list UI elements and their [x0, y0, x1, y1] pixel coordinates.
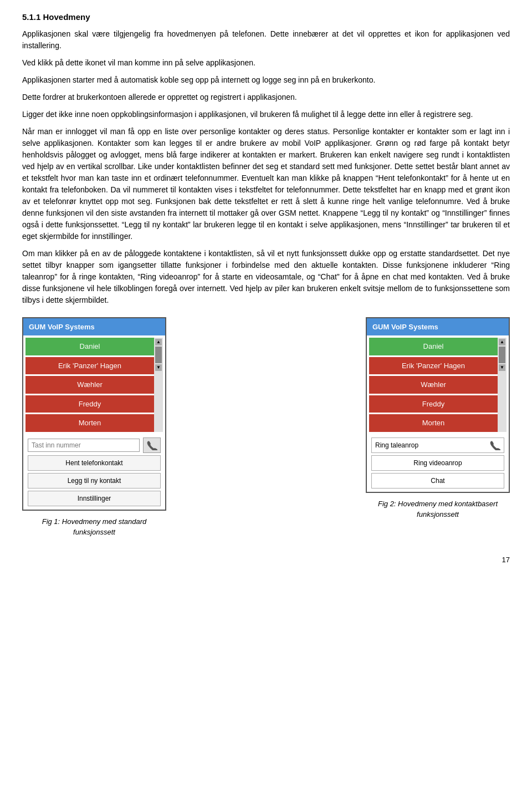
fig2-contact-1[interactable]: Erik 'Panzer' Hagen: [369, 357, 498, 375]
fig2-contact-3[interactable]: Freddy: [369, 395, 498, 413]
fig2-ring-videoanrop-button[interactable]: Ring videoanrop: [371, 455, 504, 471]
fig1-innstillinger-button[interactable]: Innstillinger: [28, 491, 161, 506]
fig2-contact-4[interactable]: Morten: [369, 414, 498, 432]
scroll-thumb[interactable]: [155, 347, 162, 363]
paragraph-6: Når man er innlogget vil man få opp en l…: [22, 126, 510, 242]
fig1-contact-3[interactable]: Freddy: [25, 395, 154, 413]
fig2-contact-2[interactable]: Wæhler: [369, 376, 498, 394]
fig2-contact-0[interactable]: Daniel: [369, 338, 498, 355]
fig2-caption: Fig 2: Hovedmeny med kontaktbasert funks…: [378, 498, 498, 520]
fig2-scrollbar[interactable]: ▲ ▼: [498, 338, 507, 432]
page-content: 5.1.1 Hovedmeny Applikasjonen skal være …: [22, 11, 510, 565]
fig1-hent-button[interactable]: Hent telefonkontakt: [28, 455, 161, 471]
paragraph-7: Om man klikker på en av de påloggede kon…: [22, 248, 510, 306]
fig2-scroll-up[interactable]: ▲: [499, 339, 505, 345]
paragraph-1: Applikasjonen skal være tilgjengelig fra…: [22, 28, 510, 52]
fig2-function-set: Ring taleanrop Ring videoanrop Chat: [367, 434, 509, 492]
fig2-title: GUM VoIP Systems: [367, 318, 509, 336]
fig2-ring-taleanrop-label: Ring taleanrop: [375, 440, 418, 450]
fig2-contact-list: Daniel Erik 'Panzer' Hagen Wæhler Freddy…: [367, 335, 509, 434]
fig1-caption: Fig 1: Hovedmeny med standard funksjonss…: [22, 516, 166, 538]
fig1-contacts-inner: Daniel Erik 'Panzer' Hagen Wæhler Freddy…: [25, 338, 154, 432]
fig1-contact-2[interactable]: Wæhler: [25, 376, 154, 394]
fig1-call-icon[interactable]: [143, 437, 161, 453]
fig2-caption-line1: Fig 2: Hovedmeny med kontaktbasert: [378, 500, 498, 508]
fig2-chat-button[interactable]: Chat: [371, 473, 504, 489]
fig1-function-set: Hent telefonkontakt Legg til ny kontakt …: [23, 434, 165, 510]
fig2-contacts-inner: Daniel Erik 'Panzer' Hagen Wæhler Freddy…: [369, 338, 498, 432]
fig1-contact-list: Daniel Erik 'Panzer' Hagen Wæhler Freddy…: [23, 335, 165, 434]
fig2-caption-line2: funksjonssett: [417, 510, 459, 518]
fig1-scrollbar[interactable]: ▲ ▼: [154, 338, 163, 432]
figure-2-phone: GUM VoIP Systems Daniel Erik 'Panzer' Ha…: [366, 317, 510, 493]
figure-1-block: GUM VoIP Systems Daniel Erik 'Panzer' Ha…: [22, 317, 166, 538]
figure-1-phone: GUM VoIP Systems Daniel Erik 'Panzer' Ha…: [22, 317, 166, 511]
fig1-legg-button[interactable]: Legg til ny kontakt: [28, 473, 161, 489]
scroll-down-arrow[interactable]: ▼: [155, 364, 162, 371]
paragraph-2: Ved klikk på dette ikonet vil man komme …: [22, 57, 510, 69]
fig2-scroll-down[interactable]: ▼: [499, 364, 505, 371]
paragraph-3: Applikasjonen starter med å automatisk k…: [22, 74, 510, 86]
paragraph-4: Dette fordrer at brukerkontoen allerede …: [22, 91, 510, 103]
fig1-title: GUM VoIP Systems: [23, 318, 165, 336]
fig2-scroll-thumb[interactable]: [499, 347, 505, 363]
fig1-contact-0[interactable]: Daniel: [25, 338, 154, 355]
paragraph-5: Ligger det ikke inne noen oppkoblingsinf…: [22, 109, 510, 120]
fig1-contact-4[interactable]: Morten: [25, 414, 154, 432]
fig1-input-row: [28, 437, 161, 453]
fig1-contact-1[interactable]: Erik 'Panzer' Hagen: [25, 357, 154, 375]
bottom-row: 17: [22, 543, 510, 566]
scroll-up-arrow[interactable]: ▲: [155, 339, 162, 345]
figures-section: GUM VoIP Systems Daniel Erik 'Panzer' Ha…: [22, 317, 510, 538]
page-number: 17: [502, 554, 510, 566]
fig2-ring-taleanrop-row[interactable]: Ring taleanrop: [371, 437, 504, 453]
section-heading: 5.1.1 Hovedmeny: [22, 11, 510, 24]
figure-2-block: GUM VoIP Systems Daniel Erik 'Panzer' Ha…: [366, 317, 510, 520]
fig1-number-input[interactable]: [28, 439, 140, 452]
